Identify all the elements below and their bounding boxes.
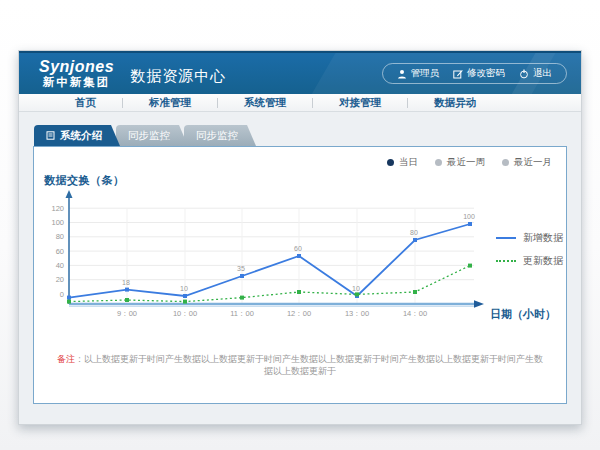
app-window: Synjones 新中新集团 数据资源中心 管理员 修改密码 退出 xyxy=(18,50,582,425)
svg-text:10：00: 10：00 xyxy=(173,309,197,318)
user-icon xyxy=(397,69,407,79)
svg-text:10: 10 xyxy=(180,285,188,292)
radio-today[interactable]: 当日 xyxy=(387,156,418,169)
radio-dot-icon xyxy=(435,159,442,166)
svg-text:80: 80 xyxy=(56,232,64,241)
svg-text:120: 120 xyxy=(51,204,64,213)
app-header: Synjones 新中新集团 数据资源中心 管理员 修改密码 退出 xyxy=(19,51,581,94)
radio-label: 最近一周 xyxy=(447,156,485,169)
svg-text:10: 10 xyxy=(352,285,360,292)
svg-text:11：00: 11：00 xyxy=(230,309,254,318)
svg-text:13：00: 13：00 xyxy=(345,309,369,318)
tab-label: 同步监控 xyxy=(128,129,170,143)
radio-label: 最近一月 xyxy=(514,156,552,169)
svg-text:20: 20 xyxy=(56,275,64,284)
tab-sync-monitor-1[interactable]: 同步监控 xyxy=(116,125,188,146)
main-nav: 首页 标准管理 系统管理 对接管理 数据异动 xyxy=(19,94,581,112)
logout-button[interactable]: 退出 xyxy=(519,67,552,80)
legend-item-new-data: 新增数据 xyxy=(496,231,563,245)
tab-label: 系统介绍 xyxy=(60,129,102,143)
nav-item-system-mgmt[interactable]: 系统管理 xyxy=(218,96,312,110)
legend-line-swatch xyxy=(496,237,516,239)
svg-text:9：00: 9：00 xyxy=(117,309,137,318)
x-axis-title: 日期（小时） xyxy=(490,307,556,322)
footnote-text: ：以上数据更新于时间产生数据以上数据更新于时间产生数据以上数据更新于时间产生数据… xyxy=(75,354,543,376)
nav-item-interface-mgmt[interactable]: 对接管理 xyxy=(313,96,407,110)
tab-label: 同步监控 xyxy=(196,129,238,143)
svg-text:80: 80 xyxy=(410,229,418,236)
radio-dot-icon xyxy=(502,159,509,166)
svg-text:18: 18 xyxy=(122,279,130,286)
user-toolbar: 管理员 修改密码 退出 xyxy=(382,63,568,84)
change-password-button[interactable]: 修改密码 xyxy=(453,67,505,80)
svg-text:40: 40 xyxy=(56,261,64,270)
time-range-filter: 当日 最近一周 最近一月 xyxy=(387,156,552,169)
y-axis-title: 数据交换（条） xyxy=(44,173,125,188)
logo-brand-text: Synjones xyxy=(39,59,114,76)
svg-text:60: 60 xyxy=(56,247,64,256)
chart-wrap: 0204060801001209：0010：0011：0012：0013：001… xyxy=(42,189,492,328)
document-icon xyxy=(46,130,55,142)
svg-text:100: 100 xyxy=(463,213,475,220)
radio-last-month[interactable]: 最近一月 xyxy=(502,156,552,169)
legend-label: 新增数据 xyxy=(523,231,563,245)
nav-item-home[interactable]: 首页 xyxy=(49,96,122,110)
legend-line-swatch xyxy=(496,260,516,262)
svg-text:12：00: 12：00 xyxy=(287,309,311,318)
power-icon xyxy=(519,69,529,79)
user-menu[interactable]: 管理员 xyxy=(397,67,440,80)
tab-strip: 系统介绍 同步监控 同步监控 xyxy=(34,125,567,146)
radio-dot-icon xyxy=(387,159,394,166)
pencil-icon xyxy=(453,69,463,79)
company-logo: Synjones 新中新集团 xyxy=(39,59,114,88)
chart-panel: 当日 最近一周 最近一月 数据交换（条） 0204060801001209：00… xyxy=(33,146,567,404)
logo-company-text: 新中新集团 xyxy=(39,76,114,88)
legend-label: 更新数据 xyxy=(523,254,563,268)
nav-item-data-change[interactable]: 数据异动 xyxy=(408,96,502,110)
page-title: 数据资源中心 xyxy=(130,61,226,86)
content-area: 系统介绍 同步监控 同步监控 当日 最近一周 xyxy=(19,112,581,404)
footnote: 备注：以上数据更新于时间产生数据以上数据更新于时间产生数据以上数据更新于时间产生… xyxy=(34,354,566,377)
tab-system-intro[interactable]: 系统介绍 xyxy=(34,125,120,146)
radio-label: 当日 xyxy=(399,156,418,169)
footnote-label: 备注 xyxy=(57,354,75,364)
svg-text:60: 60 xyxy=(294,245,302,252)
nav-item-standard-mgmt[interactable]: 标准管理 xyxy=(123,96,217,110)
svg-text:35: 35 xyxy=(237,265,245,272)
svg-text:0: 0 xyxy=(60,290,64,299)
change-password-label: 修改密码 xyxy=(467,67,505,80)
chart-legend: 新增数据 更新数据 xyxy=(496,231,563,268)
svg-text:14：00: 14：00 xyxy=(403,309,427,318)
tab-sync-monitor-2[interactable]: 同步监控 xyxy=(184,125,256,146)
svg-text:100: 100 xyxy=(51,218,64,227)
legend-item-update-data: 更新数据 xyxy=(496,254,563,268)
radio-last-week[interactable]: 最近一周 xyxy=(435,156,485,169)
logout-label: 退出 xyxy=(533,67,552,80)
user-name-label: 管理员 xyxy=(411,67,440,80)
line-chart: 0204060801001209：0010：0011：0012：0013：001… xyxy=(42,189,492,324)
